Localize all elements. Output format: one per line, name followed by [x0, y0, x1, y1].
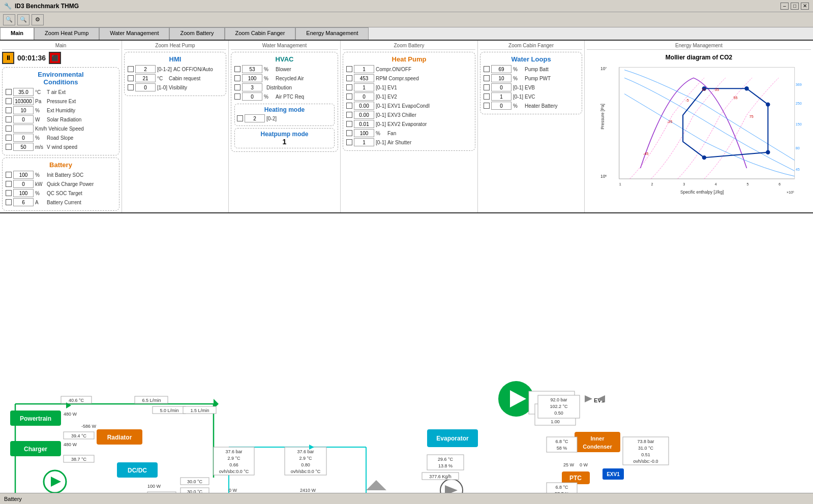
hp-label-1: Compr.speed — [388, 76, 418, 81]
hvac-check-1[interactable] — [234, 75, 240, 81]
hp-check-7[interactable] — [346, 130, 352, 136]
hp-val-5[interactable]: 0.00 — [354, 111, 374, 119]
batt-val-1[interactable]: 0 — [13, 180, 34, 188]
env-label-5: Road Slope — [47, 135, 73, 141]
hvac-val-3[interactable]: 0 — [242, 92, 262, 101]
hvac-check-3[interactable] — [234, 93, 240, 100]
env-check-1[interactable] — [6, 98, 12, 104]
hp-unit-7: % — [376, 131, 386, 136]
tab-energy-management[interactable]: Energy Management — [295, 27, 369, 40]
wl-val-0[interactable]: 69 — [491, 65, 511, 73]
tab-zoom-heat-pump[interactable]: Zoom Heat Pump — [34, 27, 99, 40]
batt-unit-0: % — [35, 172, 45, 178]
batt-check-0[interactable] — [6, 172, 12, 178]
wl-check-0[interactable] — [484, 66, 490, 72]
wl-check-3[interactable] — [484, 93, 490, 100]
env-check-4[interactable] — [6, 125, 12, 132]
svg-text:-45: -45 — [643, 151, 649, 156]
toolbar-btn-1[interactable]: 🔍 — [3, 14, 15, 25]
hp-check-6[interactable] — [346, 121, 352, 127]
wl-check-1[interactable] — [484, 75, 490, 81]
env-val-2[interactable]: 10 — [13, 106, 34, 114]
hmi-check-1[interactable] — [128, 75, 134, 81]
svg-text:EXV1: EXV1 — [607, 471, 620, 477]
window-controls[interactable]: – □ ✕ — [780, 3, 809, 10]
env-val-6[interactable]: 50 — [13, 143, 34, 151]
tab-water-management[interactable]: Water Management — [99, 27, 169, 40]
zoom-heat-pump-section: Zoom Heat Pump HMI 2 [0-1-2] AC OFF/ON/A… — [122, 41, 229, 212]
svg-text:0 W: 0 W — [229, 488, 237, 493]
svg-text:40.6 °C: 40.6 °C — [69, 398, 84, 403]
hvac-val-1[interactable]: 100 — [242, 74, 262, 82]
hp-check-1[interactable] — [346, 75, 352, 81]
heating-mode-val[interactable]: 2 — [245, 114, 265, 122]
wl-val-1[interactable]: 10 — [491, 74, 511, 82]
hmi-check-0[interactable] — [128, 66, 134, 72]
env-val-4[interactable] — [13, 124, 34, 133]
hp-val-3[interactable]: 0 — [354, 92, 374, 101]
wl-check-4[interactable] — [484, 103, 490, 109]
hp-val-8[interactable]: 1 — [354, 138, 374, 146]
tab-main[interactable]: Main — [0, 27, 34, 40]
env-check-5[interactable] — [6, 135, 12, 141]
minimize-button[interactable]: – — [780, 3, 789, 10]
env-val-5[interactable]: 0 — [13, 134, 34, 142]
wl-check-2[interactable] — [484, 84, 490, 90]
env-val-1[interactable]: 103000 — [13, 97, 34, 105]
hmi-val-2[interactable]: 0 — [135, 83, 156, 91]
hp-val-7[interactable]: 100 — [354, 129, 374, 137]
env-check-6[interactable] — [6, 144, 12, 150]
env-row-5: 0 % Road Slope — [6, 134, 116, 142]
tab-zoom-battery[interactable]: Zoom Battery — [169, 27, 224, 40]
hvac-check-0[interactable] — [234, 66, 240, 72]
env-val-3[interactable]: 0 — [13, 115, 34, 123]
hmi-check-2[interactable] — [128, 84, 134, 90]
svg-text:6.8 °C: 6.8 °C — [555, 439, 568, 444]
batt-check-3[interactable] — [6, 199, 12, 205]
hmi-val-1[interactable]: 21 — [135, 74, 156, 82]
hp-check-5[interactable] — [346, 112, 352, 118]
env-conditions-box: Environmental Conditions 35.0 °C T air E… — [2, 67, 119, 155]
batt-val-3[interactable]: 6 — [13, 198, 34, 206]
batt-check-2[interactable] — [6, 190, 12, 196]
env-unit-1: Pa — [35, 99, 45, 104]
env-label-4: Vehicule Speed — [48, 126, 84, 132]
pause-button[interactable]: ⏸ — [2, 52, 14, 64]
hp-val-1[interactable]: 453 — [354, 74, 374, 82]
hp-val-2[interactable]: 1 — [354, 83, 374, 91]
heating-mode-check[interactable] — [237, 115, 243, 121]
toolbar-btn-2[interactable]: 🔍 — [17, 14, 29, 25]
hvac-val-0[interactable]: 53 — [242, 65, 262, 73]
toolbar-btn-3[interactable]: ⚙ — [32, 14, 44, 25]
stop-button[interactable]: ⬛ — [49, 52, 61, 64]
tab-zoom-cabin[interactable]: Zoom Cabin Fanger — [225, 27, 296, 40]
hvac-val-2[interactable]: 3 — [242, 83, 262, 91]
env-label-6: V wind speed — [47, 144, 77, 150]
svg-text:2.9 °C: 2.9 °C — [227, 456, 240, 461]
hp-check-2[interactable] — [346, 84, 352, 90]
batt-val-2[interactable]: 100 — [13, 189, 34, 197]
hp-check-8[interactable] — [346, 139, 352, 145]
hp-val-0[interactable]: 1 — [354, 65, 374, 73]
hp-val-6[interactable]: 0.01 — [354, 120, 374, 128]
hmi-unit-1: °C — [157, 76, 167, 81]
wl-val-4[interactable]: 0 — [491, 102, 511, 110]
close-button[interactable]: ✕ — [801, 3, 809, 10]
hmi-val-0[interactable]: 2 — [135, 65, 156, 73]
hp-check-0[interactable] — [346, 66, 352, 72]
svg-text:45: 45 — [796, 167, 800, 172]
restore-button[interactable]: □ — [791, 3, 799, 10]
env-val-0[interactable]: 35.0 — [13, 88, 34, 96]
env-check-3[interactable] — [6, 116, 12, 122]
wl-val-3[interactable]: 1 — [491, 92, 511, 101]
svg-text:480 W: 480 W — [64, 442, 77, 447]
hp-val-4[interactable]: 0.00 — [354, 102, 374, 110]
wl-val-2[interactable]: 0 — [491, 83, 511, 91]
env-check-2[interactable] — [6, 107, 12, 113]
env-check-0[interactable] — [6, 89, 12, 95]
hp-check-4[interactable] — [346, 103, 352, 109]
hvac-check-2[interactable] — [234, 84, 240, 90]
hp-check-3[interactable] — [346, 93, 352, 100]
batt-val-0[interactable]: 100 — [13, 171, 34, 179]
batt-check-1[interactable] — [6, 181, 12, 187]
